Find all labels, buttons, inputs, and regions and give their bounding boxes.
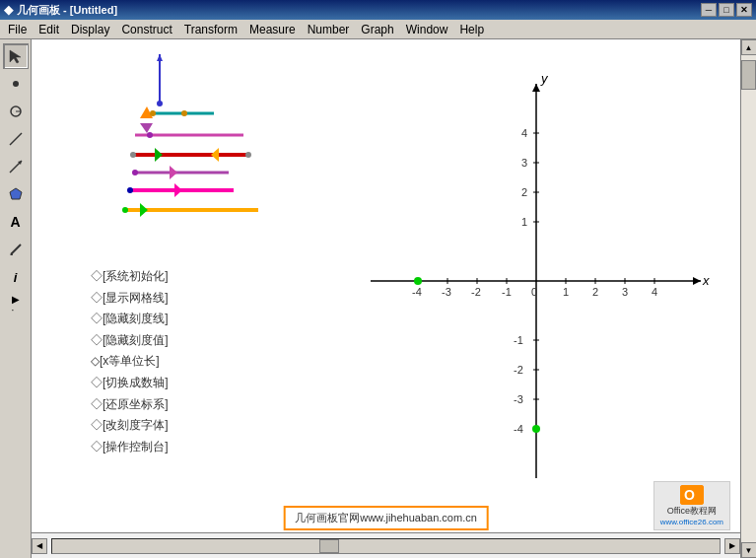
menu-item-window[interactable]: Window xyxy=(400,21,454,38)
svg-text:3: 3 xyxy=(521,157,527,169)
svg-text:1: 1 xyxy=(521,216,527,228)
scroll-track[interactable] xyxy=(741,55,756,542)
office-icon: O xyxy=(680,485,704,505)
minimize-button[interactable]: ─ xyxy=(701,3,717,17)
svg-text:0: 0 xyxy=(531,286,537,298)
list-item[interactable]: ◇[系统初始化] xyxy=(91,266,169,288)
vertical-scroll-thumb[interactable] xyxy=(741,60,756,90)
svg-point-75 xyxy=(532,425,540,433)
menu-item-measure[interactable]: Measure xyxy=(243,21,302,38)
scroll-right-button[interactable]: ▶ xyxy=(724,538,740,554)
svg-marker-26 xyxy=(170,166,177,179)
menu-item-construct[interactable]: Construct xyxy=(115,21,177,38)
info-tool[interactable]: i xyxy=(3,264,29,290)
list-item[interactable]: ◇[改刻度字体] xyxy=(91,415,169,437)
menu-item-help[interactable]: Help xyxy=(453,21,490,38)
svg-text:4: 4 xyxy=(652,286,657,298)
left-toolbar: A i ▶· xyxy=(0,39,32,558)
svg-text:-1: -1 xyxy=(502,286,512,298)
point-tool[interactable] xyxy=(3,71,29,97)
circle-tool[interactable] xyxy=(3,99,29,124)
list-item[interactable]: ◇[x等单位长] xyxy=(91,351,169,373)
svg-text:x: x xyxy=(702,273,710,288)
svg-text:4: 4 xyxy=(521,127,527,139)
maximize-button[interactable]: □ xyxy=(719,3,734,17)
svg-text:-3: -3 xyxy=(514,393,523,405)
more-tool[interactable]: ▶· xyxy=(3,292,29,317)
svg-point-24 xyxy=(245,152,251,158)
drawing-area xyxy=(61,49,258,246)
app-icon: ◆ xyxy=(4,3,13,17)
menu-bar: FileEditDisplayConstructTransformMeasure… xyxy=(0,20,756,39)
list-item[interactable]: ◇[切换成数轴] xyxy=(91,373,169,394)
list-item[interactable]: ◇[还原坐标系] xyxy=(91,394,169,416)
menu-item-display[interactable]: Display xyxy=(65,21,115,38)
list-item[interactable]: ◇[隐藏刻度值] xyxy=(91,330,169,352)
svg-point-33 xyxy=(122,207,128,213)
svg-marker-17 xyxy=(140,123,153,133)
svg-point-1 xyxy=(13,81,19,87)
bottom-scrollbar-track[interactable] xyxy=(51,538,721,554)
svg-text:-1: -1 xyxy=(514,334,523,346)
scroll-left-button[interactable]: ◀ xyxy=(32,538,47,554)
svg-marker-0 xyxy=(10,50,21,63)
list-item[interactable]: ◇[操作控制台] xyxy=(91,437,169,458)
line-tool[interactable] xyxy=(3,126,29,152)
arrow-tool[interactable] xyxy=(3,154,29,179)
text-tool[interactable]: A xyxy=(3,209,29,235)
svg-line-8 xyxy=(11,244,21,254)
pointer-tool[interactable] xyxy=(3,43,29,69)
polygon-tool[interactable] xyxy=(3,181,29,207)
svg-text:2: 2 xyxy=(521,186,527,198)
bottom-scrollbar-bar: ◀ ▶ xyxy=(32,532,740,558)
svg-marker-7 xyxy=(10,188,22,199)
bottom-scroll-thumb[interactable] xyxy=(319,539,339,553)
scroll-down-button[interactable]: ▼ xyxy=(741,542,757,558)
svg-text:-4: -4 xyxy=(412,286,422,298)
title-bar-left: ◆ 几何画板 - [Untitled] xyxy=(4,3,117,18)
office-url: www.office26.com xyxy=(660,518,723,526)
right-scrollbar: ▲ ▼ xyxy=(740,39,756,558)
menu-item-number[interactable]: Number xyxy=(302,21,356,38)
svg-point-19 xyxy=(147,132,153,138)
svg-point-30 xyxy=(127,187,133,193)
svg-marker-32 xyxy=(140,203,148,217)
svg-text:-4: -4 xyxy=(514,423,523,435)
office-badge: O Office教程网 www.office26.com xyxy=(653,481,730,530)
title-text: 几何画板 - [Untitled] xyxy=(17,3,117,18)
svg-text:O: O xyxy=(684,487,695,503)
svg-text:-2: -2 xyxy=(514,364,523,376)
segments-svg xyxy=(61,49,258,266)
list-item[interactable]: ◇[显示网格线] xyxy=(91,288,169,310)
close-button[interactable]: ✕ xyxy=(736,3,752,17)
svg-point-74 xyxy=(414,277,422,285)
svg-text:2: 2 xyxy=(592,286,598,298)
office-label: Office教程网 xyxy=(667,505,717,518)
svg-marker-22 xyxy=(211,148,219,162)
menu-item-transform[interactable]: Transform xyxy=(178,21,243,38)
title-bar: ◆ 几何画板 - [Untitled] ─ □ ✕ xyxy=(0,0,756,20)
svg-text:3: 3 xyxy=(622,286,628,298)
axes-area: x y -4 -3 -2 -1 0 1 xyxy=(356,69,711,493)
list-item[interactable]: ◇[隐藏刻度线] xyxy=(91,309,169,330)
svg-marker-29 xyxy=(174,183,182,197)
watermark-text: 几何画板官网www.jihehuaban.com.cn xyxy=(295,512,477,523)
title-bar-controls[interactable]: ─ □ ✕ xyxy=(701,3,752,17)
menu-item-edit[interactable]: Edit xyxy=(33,21,65,38)
scroll-up-button[interactable]: ▲ xyxy=(741,39,757,55)
menu-item-graph[interactable]: Graph xyxy=(355,21,399,38)
svg-point-23 xyxy=(130,152,136,158)
svg-text:-2: -2 xyxy=(471,286,481,298)
svg-point-15 xyxy=(150,110,156,116)
svg-text:-3: -3 xyxy=(442,286,451,298)
svg-point-27 xyxy=(132,170,138,175)
watermark-banner: 几何画板官网www.jihehuaban.com.cn xyxy=(283,506,489,530)
svg-line-4 xyxy=(10,133,22,145)
svg-point-16 xyxy=(181,110,187,116)
svg-text:1: 1 xyxy=(563,286,569,298)
text-menu: ◇[系统初始化]◇[显示网格线]◇[隐藏刻度线]◇[隐藏刻度值]◇[x等单位长]… xyxy=(91,266,169,457)
pencil-tool[interactable] xyxy=(3,237,29,262)
menu-item-file[interactable]: File xyxy=(2,21,33,38)
main-container: A i ▶· xyxy=(0,39,756,558)
svg-point-12 xyxy=(157,101,163,106)
